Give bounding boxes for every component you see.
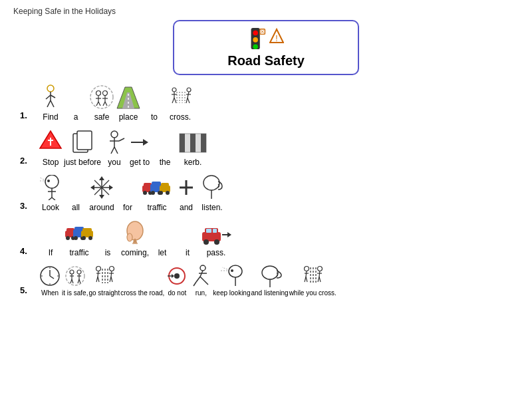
title-icons: ! (248, 27, 284, 51)
step-4-it: it (176, 219, 200, 257)
keep-looking-icon (218, 264, 245, 288)
svg-line-161 (194, 282, 196, 286)
svg-line-25 (105, 102, 107, 106)
step-4-is: is (96, 219, 120, 257)
step-5-number: 5. (20, 273, 39, 297)
svg-point-1 (253, 31, 258, 36)
arrow-right-icon (128, 128, 151, 156)
svg-point-82 (143, 191, 147, 195)
no-cross-icon (165, 264, 189, 288)
svg-point-178 (318, 267, 323, 271)
listen-icon (200, 174, 225, 201)
step-2-getto-word: get to (130, 158, 150, 167)
step-5-whileyoucross: while you cross. (289, 264, 336, 297)
plus-icon (177, 174, 196, 201)
look-icon (39, 174, 63, 201)
svg-line-160 (200, 277, 204, 281)
step-5-andlistening: and listening (251, 264, 288, 297)
svg-point-15 (90, 86, 113, 108)
step-3: 3. (20, 174, 519, 212)
svg-line-76 (102, 180, 109, 188)
step-1: 1. Find (20, 83, 519, 122)
step-2-you-word: you (108, 158, 120, 167)
step-3-all-word: all (72, 203, 80, 212)
svg-line-24 (103, 102, 105, 106)
step-1-safe: safe (89, 83, 114, 122)
step-4-coming-word: coming, (121, 248, 149, 257)
straight-cross-icon (92, 264, 117, 288)
step-2-items: Stop just before (39, 128, 207, 167)
road-icon (116, 83, 141, 111)
step-3-all: all (64, 174, 88, 212)
step-4-if-word: If (49, 248, 53, 257)
svg-line-51 (111, 147, 114, 154)
hand-point-icon (122, 219, 148, 247)
step-1-a-word: a (74, 112, 78, 122)
step-4-number: 4. (20, 234, 39, 257)
step-4-is-word: is (105, 248, 111, 257)
svg-point-129 (70, 270, 74, 274)
svg-line-42 (188, 98, 190, 103)
svg-line-32 (172, 98, 174, 103)
svg-text:!: ! (275, 34, 277, 43)
step-1-find: Find (39, 83, 63, 122)
step-3-look-word: Look (42, 203, 59, 212)
svg-marker-55 (143, 139, 148, 146)
step-5-donot-word: do not (168, 289, 186, 297)
svg-point-106 (82, 236, 86, 240)
svg-line-174 (306, 277, 307, 282)
step-2-number: 2. (20, 144, 39, 167)
svg-point-94 (203, 176, 219, 190)
svg-point-164 (231, 269, 233, 272)
step-2-you: you (102, 128, 126, 167)
svg-line-11 (46, 95, 51, 99)
step-5-itissafe-word: it is safe, (62, 289, 88, 297)
step-2-getto: get to (128, 128, 152, 167)
svg-point-2 (253, 37, 258, 43)
svg-marker-155 (172, 274, 174, 278)
svg-point-61 (47, 180, 50, 182)
step-5-crosstheroad: cross the road, (120, 264, 164, 297)
svg-line-19 (96, 102, 98, 106)
step-4: 4. If (20, 219, 519, 257)
step-2-kerb: kerb. (178, 128, 207, 167)
step-5-run-word: run, (196, 289, 207, 297)
steps-container: 1. Find (13, 83, 519, 297)
step-2-the: the (153, 128, 177, 167)
step-1-find-word: Find (43, 112, 58, 122)
title-box: ! Road Safety (173, 20, 359, 75)
listening2-icon (257, 264, 283, 288)
svg-point-115 (203, 239, 209, 245)
svg-point-21 (103, 91, 108, 96)
step-5-donot: do not (165, 264, 189, 297)
step-4-pass-word: pass. (207, 248, 226, 257)
svg-point-147 (109, 267, 114, 271)
svg-line-162 (204, 281, 208, 285)
step-2: 2. Stop (20, 128, 519, 167)
svg-line-182 (319, 277, 321, 282)
svg-line-67 (52, 198, 55, 200)
svg-rect-85 (152, 182, 161, 187)
svg-marker-69 (99, 176, 104, 180)
step-3-listen: listen. (200, 174, 225, 212)
svg-line-41 (186, 98, 188, 103)
traffic-cars2-icon (64, 219, 94, 247)
svg-point-29 (172, 88, 176, 92)
step-4-traffic: traffic (64, 219, 94, 257)
svg-line-133 (72, 279, 73, 283)
step-1-place: place (116, 83, 141, 122)
step-2-the-word: the (160, 158, 171, 167)
svg-rect-105 (82, 228, 92, 233)
svg-line-143 (98, 277, 99, 282)
svg-line-33 (174, 98, 176, 103)
clock-icon (39, 264, 61, 288)
step-5-whileyoucross-word: while you cross. (289, 289, 336, 297)
svg-point-38 (187, 88, 191, 92)
person2-icon (103, 128, 126, 156)
safe-people-icon (89, 83, 114, 111)
svg-marker-73 (99, 195, 104, 199)
step-4-let-word: let (158, 248, 167, 257)
svg-rect-47 (77, 131, 92, 150)
svg-point-9 (47, 85, 54, 92)
step-2-stop: Stop (39, 128, 63, 167)
